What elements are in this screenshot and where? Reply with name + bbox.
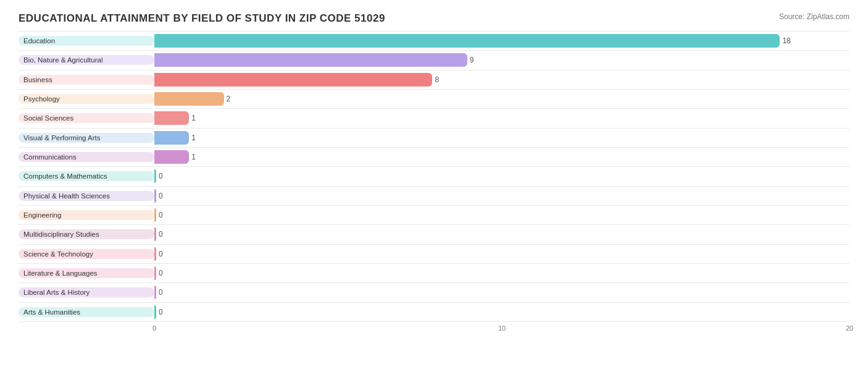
bars-wrapper: Education18Bio, Nature & Agricultural9Bu…: [19, 31, 849, 322]
bar-value: 0: [159, 211, 163, 219]
bar-fill: 0: [154, 305, 156, 319]
bar-value: 0: [159, 192, 163, 200]
bar-value: 0: [159, 308, 163, 316]
bar-value: 0: [159, 288, 163, 297]
bar-fill: 0: [154, 247, 156, 261]
bar-value: 0: [159, 269, 163, 278]
bar-label: Communications: [19, 152, 154, 162]
bar-row: Physical & Health Sciences0: [19, 187, 849, 206]
bar-label: Psychology: [19, 94, 154, 104]
bar-track: 0: [154, 245, 849, 263]
chart-area: Education18Bio, Nature & Agricultural9Bu…: [19, 31, 849, 341]
bar-row: Business8: [19, 70, 849, 90]
bar-row: Arts & Humanities0: [19, 303, 849, 322]
bar-fill: 1: [154, 150, 189, 164]
bar-label: Business: [19, 75, 154, 85]
bar-fill: 0: [154, 189, 156, 203]
bar-fill: 0: [154, 208, 156, 222]
bar-fill: 0: [154, 286, 156, 299]
bar-track: 1: [154, 148, 849, 166]
bar-fill: 0: [154, 266, 156, 280]
bar-label: Literature & Languages: [19, 268, 154, 278]
bar-value: 18: [782, 36, 790, 45]
bar-row: Visual & Performing Arts1: [19, 129, 849, 148]
bar-row: Literature & Languages0: [19, 264, 849, 283]
bar-value: 1: [191, 134, 196, 142]
bar-value: 9: [470, 56, 474, 64]
bar-track: 0: [154, 187, 849, 205]
bar-track: 0: [154, 167, 849, 185]
chart-source: Source: ZipAtlas.com: [779, 12, 849, 21]
bar-fill: 1: [154, 111, 189, 125]
bar-row: Engineering0: [19, 206, 849, 225]
bar-track: 0: [154, 303, 849, 321]
bar-fill: 0: [154, 227, 156, 241]
bar-track: 2: [154, 90, 849, 108]
bar-row: Communications1: [19, 148, 849, 167]
chart-container: EDUCATIONAL ATTAINMENT BY FIELD OF STUDY…: [0, 0, 868, 390]
bar-row: Bio, Nature & Agricultural9: [19, 51, 849, 70]
bar-row: Multidisciplinary Studies0: [19, 225, 849, 244]
bar-track: 9: [154, 51, 849, 69]
bar-row: Social Sciences1: [19, 109, 849, 128]
bar-track: 8: [154, 70, 849, 89]
bar-fill: 1: [154, 131, 189, 145]
x-axis: 01020: [154, 324, 849, 337]
bar-track: 1: [154, 109, 849, 127]
bar-label: Social Sciences: [19, 113, 154, 123]
bar-value: 1: [191, 114, 196, 122]
bar-fill: 18: [154, 34, 780, 48]
bar-track: 0: [154, 206, 849, 224]
bar-value: 0: [159, 172, 163, 180]
bar-label: Liberal Arts & History: [19, 287, 154, 297]
bar-track: 0: [154, 283, 849, 302]
bar-track: 0: [154, 225, 849, 244]
bar-label: Bio, Nature & Agricultural: [19, 55, 154, 65]
bar-row: Science & Technology0: [19, 245, 849, 264]
bar-label: Visual & Performing Arts: [19, 133, 154, 143]
bar-value: 8: [435, 75, 439, 84]
bar-track: 18: [154, 32, 849, 50]
x-axis-tick: 0: [152, 324, 156, 332]
bar-row: Liberal Arts & History0: [19, 283, 849, 302]
x-axis-tick: 10: [498, 324, 506, 332]
bar-value: 2: [227, 95, 231, 103]
chart-title: EDUCATIONAL ATTAINMENT BY FIELD OF STUDY…: [19, 12, 849, 25]
x-axis-tick: 20: [846, 324, 853, 332]
bar-row: Education18: [19, 31, 849, 51]
bar-label: Multidisciplinary Studies: [19, 229, 154, 239]
bar-value: 0: [159, 230, 163, 239]
bar-track: 0: [154, 264, 849, 282]
bar-row: Computers & Mathematics0: [19, 167, 849, 186]
bar-value: 1: [191, 153, 196, 161]
bar-fill: 9: [154, 53, 467, 67]
bar-fill: 8: [154, 73, 432, 87]
bar-label: Physical & Health Sciences: [19, 191, 154, 201]
bar-track: 1: [154, 129, 849, 147]
bar-value: 0: [159, 250, 163, 258]
bar-fill: 2: [154, 92, 224, 106]
bar-label: Computers & Mathematics: [19, 171, 154, 181]
bar-label: Arts & Humanities: [19, 307, 154, 317]
bar-label: Education: [19, 36, 154, 46]
bar-label: Engineering: [19, 210, 154, 220]
bar-row: Psychology2: [19, 90, 849, 109]
bar-fill: 0: [154, 169, 156, 183]
bar-label: Science & Technology: [19, 249, 154, 259]
